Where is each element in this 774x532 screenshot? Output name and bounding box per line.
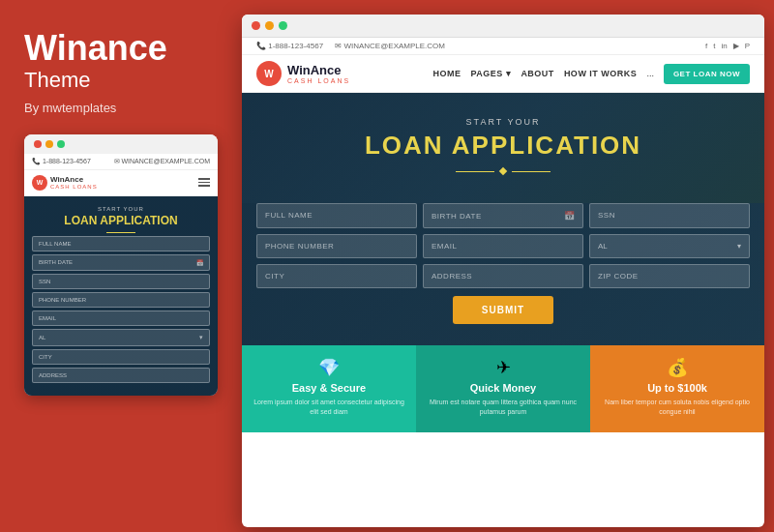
topbar-social: f t in ▶ P: [705, 42, 750, 50]
linkedin-icon[interactable]: in: [721, 42, 727, 50]
field-state[interactable]: AL ▾: [589, 234, 750, 258]
diamond-icon: 💎: [253, 357, 404, 378]
field-birth-date[interactable]: BIRTH DATE 📅: [423, 203, 583, 228]
dot-red: [34, 140, 42, 148]
mobile-field-city[interactable]: CITY: [32, 349, 210, 365]
dot-yellow: [45, 140, 53, 148]
app-subtitle: Theme: [24, 68, 208, 93]
nav-how-it-works[interactable]: HOW IT WORKS: [564, 69, 638, 78]
field-ssn[interactable]: SSN: [589, 203, 750, 228]
feature-title-3: Up to $100k: [602, 382, 753, 394]
nav-about[interactable]: ABOUT: [521, 69, 554, 78]
mobile-titlebar: [24, 134, 218, 154]
get-loan-button[interactable]: GET LOAN NOW: [664, 64, 750, 84]
mobile-email: ✉ WINANCE@EXAMPLE.COM: [114, 158, 210, 165]
field-phone[interactable]: PHONE NUMBER: [256, 234, 417, 258]
mobile-logo: W WinAnce CASH LOANS: [32, 175, 98, 191]
browser-window: 📞 1-888-123-4567 ✉ WINANCE@EXAMPLE.COM f…: [242, 15, 764, 527]
nav-links: HOME PAGES ▾ ABOUT HOW IT WORKS ... GET …: [433, 64, 750, 84]
twitter-icon[interactable]: t: [713, 42, 715, 50]
site-topbar: 📞 1-888-123-4567 ✉ WINANCE@EXAMPLE.COM f…: [242, 38, 764, 55]
left-panel: Winance Theme By mwtemplates 📞 1-888-123…: [0, 0, 232, 532]
mobile-logo-icon: W: [32, 175, 47, 191]
feature-text-3: Nam liber tempor cum soluta nobis eligen…: [602, 398, 753, 417]
hamburger-icon[interactable]: [198, 178, 210, 187]
mobile-hero-divider: [106, 232, 135, 233]
field-full-name[interactable]: FULL NAME: [256, 203, 417, 228]
browser-dot-green[interactable]: [279, 21, 287, 30]
submit-button[interactable]: SUBMIT: [453, 296, 553, 324]
plane-icon: ✈: [428, 357, 579, 378]
form-row-3: CITY ADDRESS ZIP CODE: [256, 264, 750, 288]
facebook-icon[interactable]: f: [705, 42, 707, 50]
browser-dot-red[interactable]: [252, 21, 260, 30]
form-submit-row: SUBMIT: [256, 296, 750, 324]
mobile-field-email[interactable]: EMAIL: [32, 310, 210, 326]
field-city[interactable]: CITY: [256, 264, 417, 288]
site-hero: START YOUR LOAN APPLICATION: [242, 93, 764, 203]
field-email[interactable]: EMAIL: [423, 234, 583, 258]
hero-line-right: [512, 171, 551, 172]
topbar-phone: 📞 1-888-123-4567: [256, 42, 323, 50]
mobile-preview: 📞 1-888-123-4567 ✉ WINANCE@EXAMPLE.COM W…: [24, 134, 218, 396]
mobile-field-ssn[interactable]: SSN: [32, 274, 210, 289]
feature-card-easy-secure: 💎 Easy & Secure Lorem ipsum dolor sit am…: [242, 345, 416, 432]
dot-green: [57, 140, 65, 148]
mobile-hero: START YOUR LOAN APPLICATION FULL NAME BI…: [24, 196, 218, 396]
logo-text: WinAnce CASH LOANS: [287, 63, 350, 84]
author-credit: By mwtemplates: [24, 101, 208, 115]
field-address[interactable]: ADDRESS: [423, 264, 583, 288]
feature-text-1: Lorem ipsum dolor sit amet consectetur a…: [253, 398, 404, 417]
nav-home[interactable]: HOME: [433, 69, 461, 78]
topbar-email: ✉ WINANCE@EXAMPLE.COM: [335, 42, 445, 50]
form-row-1: FULL NAME BIRTH DATE 📅 SSN: [256, 203, 750, 228]
youtube-icon[interactable]: ▶: [733, 42, 739, 50]
mobile-nav: W WinAnce CASH LOANS: [24, 170, 218, 196]
site-nav: W WinAnce CASH LOANS HOME PAGES ▾ ABOUT …: [242, 55, 764, 93]
hero-pretitle: START YOUR: [256, 117, 750, 127]
feature-cards: 💎 Easy & Secure Lorem ipsum dolor sit am…: [242, 345, 764, 432]
feature-card-up-to-100k: 💰 Up to $100k Nam liber tempor cum solut…: [590, 345, 764, 432]
mobile-hero-title: LOAN APPLICATION: [32, 214, 210, 227]
mobile-field-phone[interactable]: PHONE NUMBER: [32, 292, 210, 308]
feature-title-1: Easy & Secure: [253, 382, 404, 394]
mobile-hero-pretitle: START YOUR: [32, 206, 210, 212]
hero-diamond: [499, 167, 507, 175]
app-title: Winance: [24, 29, 208, 68]
browser-dot-yellow[interactable]: [265, 21, 274, 30]
hero-line-left: [456, 171, 494, 172]
feature-text-2: Mirum est notare quam littera gothica qu…: [428, 398, 579, 417]
mobile-field-birthdate[interactable]: BIRTH DATE 📅: [32, 254, 210, 271]
logo-sub: CASH LOANS: [287, 77, 350, 84]
topbar-contact: 📞 1-888-123-4567 ✉ WINANCE@EXAMPLE.COM: [256, 42, 445, 50]
loan-form: FULL NAME BIRTH DATE 📅 SSN PHONE NUMBER …: [242, 203, 764, 345]
form-row-2: PHONE NUMBER EMAIL AL ▾: [256, 234, 750, 258]
hero-title: LOAN APPLICATION: [256, 131, 750, 161]
logo-icon: W: [256, 61, 282, 86]
nav-more[interactable]: ...: [646, 69, 654, 78]
site-logo: W WinAnce CASH LOANS: [256, 61, 350, 86]
mobile-topbar: 📞 1-888-123-4567 ✉ WINANCE@EXAMPLE.COM: [24, 154, 218, 170]
field-zip[interactable]: ZIP CODE: [589, 264, 750, 288]
mobile-field-fullname[interactable]: FULL NAME: [32, 236, 210, 251]
nav-pages[interactable]: PAGES ▾: [471, 69, 512, 78]
feature-card-quick-money: ✈ Quick Money Mirum est notare quam litt…: [416, 345, 590, 432]
mobile-logo-text: WinAnce CASH LOANS: [50, 175, 98, 190]
money-icon: 💰: [602, 357, 753, 378]
mobile-field-state[interactable]: AL: [32, 329, 210, 346]
hero-divider: [256, 168, 750, 174]
feature-title-2: Quick Money: [428, 382, 579, 394]
logo-main: WinAnce: [287, 63, 350, 77]
pinterest-icon[interactable]: P: [745, 42, 750, 50]
mobile-phone: 📞 1-888-123-4567: [32, 158, 91, 165]
mobile-field-address[interactable]: ADDRESS: [32, 368, 210, 383]
browser-titlebar: [242, 15, 764, 38]
